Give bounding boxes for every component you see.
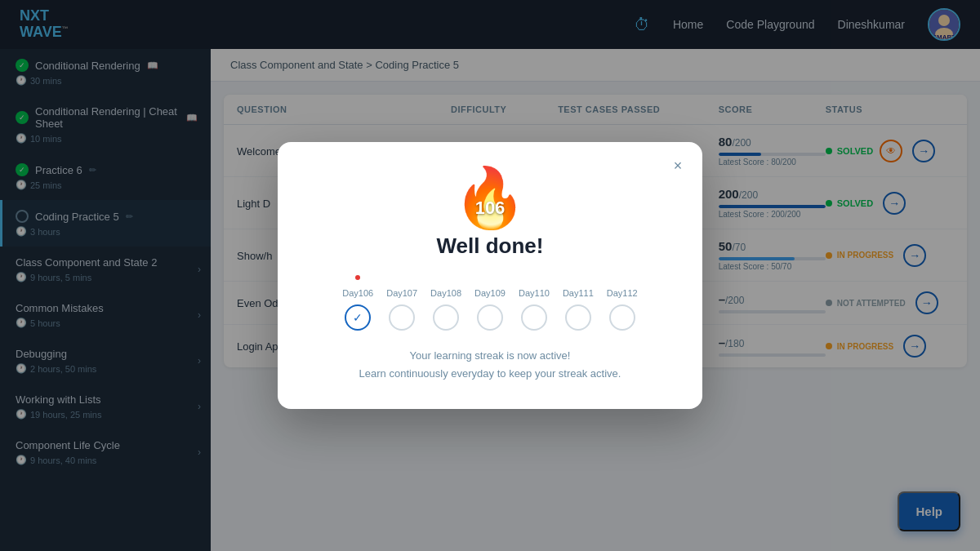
message-line1: Your learning streak is now active! [304, 347, 676, 365]
day-item: Day108 [430, 288, 461, 331]
day-circle [565, 304, 591, 331]
day-item: Day112 [607, 288, 638, 331]
day-item: Day110 [519, 288, 550, 331]
modal-close-button[interactable]: × [666, 155, 689, 178]
day-label: Day106 [342, 288, 373, 298]
day-label: Day112 [607, 288, 638, 298]
day-circle [609, 304, 635, 331]
day-label: Day110 [519, 288, 550, 298]
day-circle [521, 304, 547, 331]
modal-message: Your learning streak is now active! Lear… [304, 347, 676, 383]
days-row: Day106 ✓ Day107 Day108 Day109 Day110 [304, 275, 676, 331]
modal-title: Well done! [304, 233, 676, 259]
day-label: Day107 [386, 288, 417, 298]
flame-container: 🔥 106 [453, 168, 527, 227]
streak-modal: × 🔥 106 Well done! Day106 ✓ Day107 Day10… [278, 142, 702, 409]
day-item: Day109 [474, 288, 506, 331]
day-label: Day108 [430, 288, 461, 298]
day-label: Day111 [563, 288, 594, 298]
day-label: Day109 [474, 288, 506, 298]
day-item: Day107 [386, 288, 417, 331]
modal-overlay: × 🔥 106 Well done! Day106 ✓ Day107 Day10… [0, 0, 980, 551]
day-circle [433, 304, 459, 331]
day-circle [477, 304, 503, 331]
day-circle [389, 304, 415, 331]
day-item: Day111 [563, 288, 594, 331]
day-item: Day106 ✓ [342, 275, 373, 331]
day-circle-active: ✓ [345, 304, 371, 331]
day-dot [355, 275, 360, 280]
message-line2: Learn continuously everyday to keep your… [304, 365, 676, 383]
streak-number: 106 [475, 198, 506, 219]
